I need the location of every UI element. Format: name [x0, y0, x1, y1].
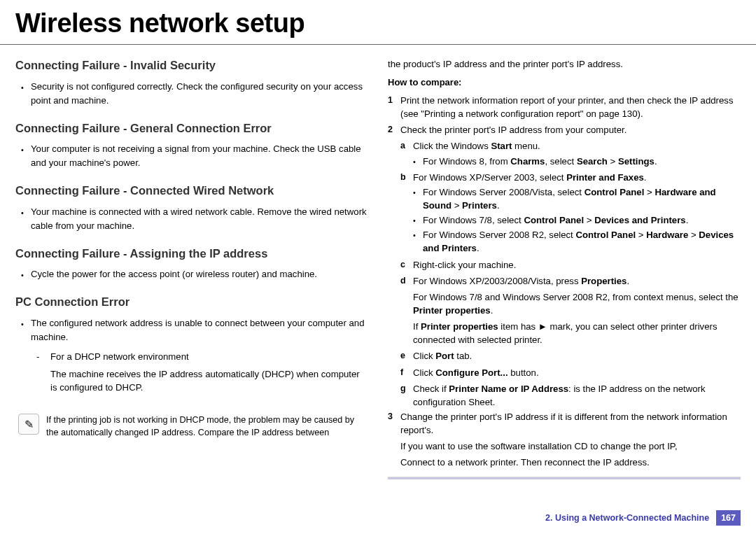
- t: For Windows XP/2003/2008/Vista, press: [413, 276, 581, 286]
- t: Printers: [462, 200, 497, 211]
- section-heading: Connecting Failure - Assigning the IP ad…: [15, 246, 368, 262]
- page-title: Wireless network setup: [0, 0, 756, 45]
- t: Hardware: [646, 230, 688, 240]
- t: button.: [508, 367, 539, 378]
- inner-text: For Windows Server 2008/Vista, select Co…: [423, 185, 741, 212]
- section-heading: Connecting Failure - Connected Wired Net…: [15, 183, 368, 199]
- bullet-dot-icon: •: [413, 228, 423, 255]
- step-text: Change the printer port's IP address if …: [400, 410, 741, 437]
- substep-text: Check if Printer Name or IP Address: is …: [413, 382, 741, 409]
- inner-text: For Windows 8, from Charms, select Searc…: [423, 155, 741, 168]
- substep-d: d For Windows XP/2003/2008/Vista, press …: [400, 274, 741, 288]
- t: For Windows XP/Server 2003, select: [413, 172, 566, 183]
- bullet-dot-icon: •: [21, 205, 31, 233]
- column-separator: [388, 477, 741, 479]
- bullet-item: • Your machine is connected with a wired…: [21, 205, 368, 233]
- substep-letter: f: [400, 366, 413, 379]
- bullet-dot-icon: •: [413, 185, 423, 212]
- substep-text: Click Port tab.: [413, 349, 741, 363]
- t: Control Panel: [584, 187, 645, 197]
- inner-text: For Windows Server 2008 R2, select Contr…: [423, 228, 741, 255]
- inner-paragraph: If Printer properties item has ► mark, y…: [413, 320, 741, 346]
- howto-heading: How to compare:: [388, 76, 741, 90]
- substep-letter: e: [400, 349, 413, 363]
- note-icon: ✎: [18, 414, 39, 435]
- substep-text: Click Configure Port... button.: [413, 366, 741, 379]
- right-column: the product's IP address and the printer…: [388, 57, 741, 479]
- substep-text: For Windows XP/2003/2008/Vista, press Pr…: [413, 274, 741, 288]
- step-text: Print the network information report of …: [400, 94, 741, 120]
- inner-bullet: • For Windows Server 2008 R2, select Con…: [413, 228, 741, 255]
- substep-text: For Windows XP/Server 2003, select Print…: [413, 171, 741, 184]
- section-heading: Connecting Failure - Invalid Security: [15, 57, 368, 74]
- t: For Windows Server 2008 R2, select: [423, 230, 575, 240]
- step-3: 3 Change the printer port's IP address i…: [388, 410, 741, 437]
- t: If: [413, 321, 421, 332]
- t: Control Panel: [575, 230, 636, 240]
- bullet-text: The configured network address is unable…: [31, 316, 368, 344]
- inner-paragraph: For Windows 7/8 and Windows Server 2008 …: [413, 290, 741, 317]
- page-footer: 2. Using a Network-Connected Machine 167: [545, 510, 741, 526]
- lead-text: the product's IP address and the printer…: [388, 57, 741, 71]
- inner-bullet: • For Windows Server 2008/Vista, select …: [413, 185, 741, 212]
- step-2: 2 Check the printer port's IP address fr…: [388, 123, 741, 136]
- tail-paragraph: If you want to use the software installa…: [400, 440, 741, 453]
- t: For Windows 7/8 and Windows Server 2008 …: [413, 292, 738, 302]
- t: , select: [545, 156, 576, 167]
- left-column: Connecting Failure - Invalid Security • …: [15, 57, 368, 479]
- substep-letter: b: [400, 171, 413, 184]
- inner-bullet: • For Windows 8, from Charms, select Sea…: [413, 155, 741, 168]
- substep-letter: g: [400, 382, 413, 409]
- bullet-dot-icon: •: [413, 155, 423, 168]
- footer-chapter: 2. Using a Network-Connected Machine: [545, 513, 709, 523]
- bullet-dot-icon: •: [21, 267, 31, 281]
- t: Click: [413, 367, 435, 378]
- t: Port: [435, 351, 454, 361]
- inner-bullet: • For Windows 7/8, select Control Panel …: [413, 213, 741, 227]
- step-text: Check the printer port's IP address from…: [400, 123, 741, 136]
- t: Printer properties: [421, 321, 498, 332]
- bullet-dot-icon: •: [21, 316, 31, 344]
- bullet-dot-icon: •: [413, 213, 423, 227]
- substep-b: b For Windows XP/Server 2003, select Pri…: [400, 171, 741, 184]
- t: Check if: [413, 384, 449, 394]
- substep-g: g Check if Printer Name or IP Address: i…: [400, 382, 741, 409]
- bullet-item: • Your computer is not receiving a signa…: [21, 142, 368, 170]
- note-callout: ✎ If the printing job is not working in …: [15, 409, 368, 444]
- substep-e: e Click Port tab.: [400, 349, 741, 363]
- substep-f: f Click Configure Port... button.: [400, 366, 741, 379]
- substep-text: Right-click your machine.: [413, 258, 741, 272]
- bullet-item: • Security is not configured correctly. …: [21, 80, 368, 108]
- section-heading: Connecting Failure - General Connection …: [15, 120, 368, 137]
- t: Start: [491, 141, 512, 151]
- substep-c: c Right-click your machine.: [400, 258, 741, 272]
- bullet-text: Cycle the power for the access point (or…: [31, 267, 368, 281]
- bullet-item: • Cycle the power for the access point (…: [21, 267, 368, 281]
- dash-text: For a DHCP network environment: [50, 350, 368, 363]
- substep-letter: a: [400, 139, 413, 153]
- substep-letter: d: [400, 274, 413, 288]
- t: Printer Name or IP Address: [449, 384, 568, 394]
- inner-text: For Windows 7/8, select Control Panel > …: [423, 213, 741, 227]
- step-1: 1 Print the network information report o…: [388, 94, 741, 120]
- bullet-text: Your computer is not receiving a signal …: [31, 142, 368, 170]
- bullet-text: Your machine is connected with a wired n…: [31, 205, 368, 233]
- t: For Windows Server 2008/Vista, select: [423, 187, 584, 197]
- sub-paragraph: The machine receives the IP address auto…: [50, 367, 368, 394]
- dash-icon: -: [36, 350, 50, 363]
- t: Properties: [581, 276, 626, 286]
- t: Settings: [618, 156, 654, 167]
- section-heading: PC Connection Error: [15, 294, 368, 311]
- t: Search: [577, 156, 608, 167]
- t: tab.: [454, 351, 472, 361]
- bullet-dot-icon: •: [21, 80, 31, 108]
- page-number: 167: [716, 510, 741, 526]
- substep-letter: c: [400, 258, 413, 272]
- t: Charms: [510, 156, 545, 167]
- t: Printer and Faxes: [566, 172, 644, 183]
- note-text: If the printing job is not working in DH…: [46, 414, 365, 440]
- t: .: [491, 305, 493, 316]
- bullet-text: Security is not configured correctly. Ch…: [31, 80, 368, 108]
- t: Printer properties: [413, 305, 491, 316]
- step-number: 3: [388, 410, 400, 437]
